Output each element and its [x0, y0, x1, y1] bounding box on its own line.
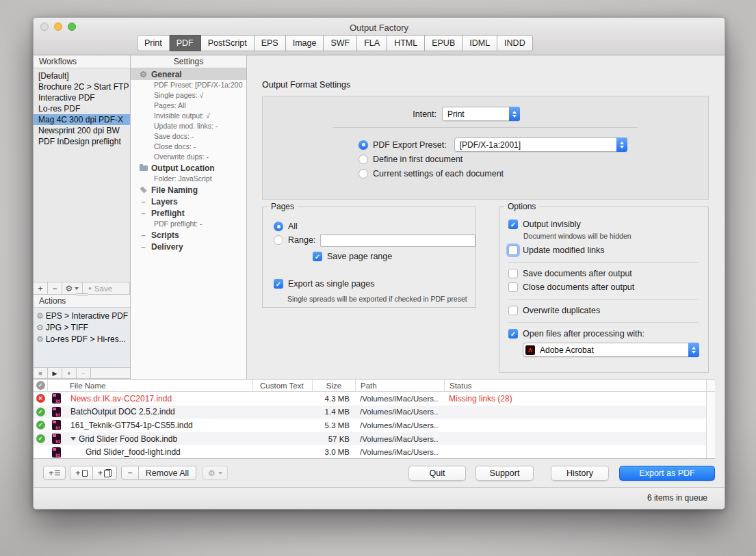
export-single-pages-option[interactable]: Export as single pages [274, 277, 475, 291]
preset-option-pdf-export-preset[interactable]: PDF Export Preset:[PDF/X-1a:2001] [359, 137, 627, 152]
remove-item-button[interactable]: − [121, 466, 139, 480]
status-text-column-header[interactable]: Status [444, 380, 715, 391]
export-single-pages-checkbox[interactable] [274, 279, 283, 289]
settings-node-file-naming[interactable]: File Naming [131, 184, 246, 196]
export-as-pdf-button[interactable]: Export as PDF [619, 466, 715, 481]
checkbox-close-documents-after-output[interactable] [508, 282, 518, 292]
option-overwrite-duplicates[interactable]: Overwrite duplicates [508, 304, 700, 317]
table-row[interactable]: BatchOutput DOC 2.5.2.indd1.4 MB/Volumes… [34, 406, 715, 419]
workflow-item-brochure-2c-start-ftp[interactable]: Brochure 2C > Start FTP [34, 81, 130, 92]
table-row[interactable]: News.dr.IK.av-CC2017.indd4.3 MB/Volumes/… [34, 392, 715, 406]
tab-indd[interactable]: INDD [497, 35, 533, 51]
tab-idml[interactable]: IDML [462, 35, 497, 51]
option-output-invisibly[interactable]: Output invisibly [508, 217, 700, 231]
tab-eps[interactable]: EPS [255, 35, 286, 51]
settings-node-delivery[interactable]: –Delivery [131, 241, 246, 252]
quit-button[interactable]: Quit [408, 466, 466, 481]
boxes-row: Pages All Range: Save page range [262, 207, 725, 373]
add-files-button[interactable]: + [93, 466, 117, 480]
save-page-range-option[interactable]: Save page range [313, 250, 475, 263]
option-open-files-after-processing-with[interactable]: Open files after processing with: [508, 327, 700, 341]
option-update-modified-links[interactable]: Update modified links [508, 243, 700, 257]
remove-all-button[interactable]: Remove All [139, 466, 196, 480]
settings-node-preflight[interactable]: –Preflight [131, 207, 246, 219]
checkbox-save-documents-after-output[interactable] [508, 269, 518, 278]
remove-action-button[interactable]: − [77, 368, 91, 378]
pages-range-option[interactable]: Range: [274, 233, 475, 247]
radio-define-in-first-document[interactable] [359, 155, 368, 164]
path-column-header[interactable]: Path [355, 380, 444, 391]
file-name-column-header[interactable]: File Name [47, 380, 252, 391]
tab-image[interactable]: Image [286, 35, 324, 51]
disclosure-triangle-icon[interactable] [70, 437, 76, 440]
status-column-header[interactable] [34, 380, 47, 391]
add-workflow-button[interactable]: + [34, 282, 48, 294]
preset-option-define-in-first-document[interactable]: Define in first document [359, 152, 627, 166]
radio-current-settings-of-each-document[interactable] [359, 169, 368, 178]
tab-html[interactable]: HTML [387, 35, 425, 51]
checkbox-open-files-after-processing-with[interactable] [508, 329, 518, 339]
custom-text-cell[interactable] [252, 394, 312, 403]
support-button[interactable]: Support [475, 466, 534, 481]
intent-dropdown[interactable]: Print [442, 107, 520, 121]
workflow-item-pdf-indesign-preflight[interactable]: PDF InDesign preflight [34, 136, 130, 147]
save-page-range-checkbox[interactable] [313, 252, 322, 261]
history-button[interactable]: History [551, 466, 609, 481]
checkbox-update-modified-links[interactable] [508, 246, 518, 255]
zoom-button[interactable] [68, 23, 76, 31]
checkbox-output-invisibly[interactable] [508, 220, 518, 229]
checkbox-overwrite-duplicates[interactable] [508, 306, 518, 315]
settings-node-scripts[interactable]: –Scripts [131, 229, 246, 241]
close-button[interactable] [40, 23, 49, 31]
tab-epub[interactable]: EPUB [425, 35, 462, 51]
custom-text-column-header[interactable]: Custom Text [252, 380, 312, 391]
remove-workflow-button[interactable]: − [48, 282, 62, 294]
tab-swf[interactable]: SWF [324, 35, 357, 51]
preset-option-current-settings-of-each-document[interactable]: Current settings of each document [359, 166, 627, 181]
custom-text-cell[interactable] [252, 421, 312, 430]
all-radio[interactable] [274, 222, 283, 231]
range-input[interactable] [320, 234, 475, 247]
option-save-documents-after-output[interactable]: Save documents after output [508, 267, 700, 280]
action-item-jpg-tiff[interactable]: JPG > TIFF [34, 321, 130, 333]
tab-postscript[interactable]: PostScript [201, 35, 255, 51]
save-workflow-button[interactable]: ●Save [83, 282, 130, 294]
workflow-item-mag-4c-300-dpi-pdf-x[interactable]: Mag 4C 300 dpi PDF-X [34, 114, 130, 125]
range-radio[interactable] [274, 235, 283, 245]
workflow-item-newsprint-200-dpi-bw[interactable]: Newsprint 200 dpi BW [34, 125, 130, 136]
radio-pdf-export-preset[interactable] [359, 140, 368, 150]
add-from-list-button[interactable]: + [43, 466, 66, 480]
pane-splitter-grip[interactable] [76, 293, 88, 295]
table-row[interactable]: Grid Slider Food Book.indb57 KB/Volumes/… [34, 432, 715, 446]
custom-text-cell[interactable] [252, 407, 312, 416]
workflow-item-interactive-pdf[interactable]: Interactive PDF [34, 92, 130, 103]
option-close-documents-after-output[interactable]: Close documents after output [508, 280, 700, 294]
table-row[interactable]: Grid Slider_food-light.indd3.0 MB/Volume… [34, 445, 715, 459]
pdf-preset-dropdown[interactable]: [PDF/X-1a:2001] [454, 137, 627, 152]
action-item-lo-res-pdf-hi-res[interactable]: Lo-res PDF > Hi-res... [34, 333, 130, 345]
workflow-item-lo-res-pdf[interactable]: Lo-res PDF [34, 103, 130, 114]
pages-all-option[interactable]: All [274, 220, 475, 233]
minimize-button[interactable] [54, 23, 62, 31]
custom-text-cell[interactable] [252, 447, 312, 457]
stop-action-button[interactable]: ■ [34, 368, 48, 378]
tab-print[interactable]: Print [137, 35, 170, 51]
settings-node-general[interactable]: General [131, 68, 246, 80]
add-file-button[interactable]: + [70, 466, 92, 480]
table-row[interactable]: 161_Teknik-GT754-1p-CS55.indd5.3 MB/Volu… [34, 419, 715, 432]
settings-node-layers[interactable]: –Layers [131, 196, 246, 207]
run-action-button[interactable]: ▶ [48, 368, 62, 378]
tab-pdf[interactable]: PDF [170, 35, 201, 51]
settings-node-output-location[interactable]: Output Location [131, 162, 246, 174]
table-gear-menu-button[interactable] [203, 466, 228, 480]
open-with-app-dropdown[interactable]: Adobe Acrobat [523, 343, 699, 357]
workflow-gear-menu-button[interactable] [62, 282, 83, 294]
custom-text-cell[interactable] [252, 434, 312, 444]
add-action-button[interactable]: + [62, 368, 77, 378]
table-scrollbar[interactable] [706, 380, 715, 458]
workflow-item-default[interactable]: [Default] [34, 70, 130, 81]
tab-fla[interactable]: FLA [357, 35, 387, 51]
size-column-header[interactable]: Size [312, 380, 355, 391]
action-item-eps-interactive-pdf[interactable]: EPS > Interactive PDF [34, 310, 130, 321]
titlebar[interactable]: Output Factory [34, 18, 725, 34]
